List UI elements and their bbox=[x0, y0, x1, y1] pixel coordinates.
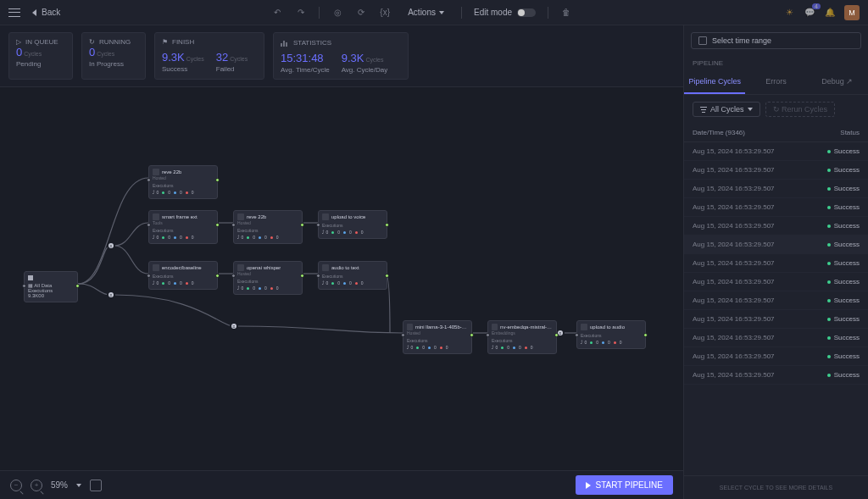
avatar[interactable]: M bbox=[844, 5, 860, 20]
status-dot-icon bbox=[827, 243, 831, 247]
nodes-layer: ▦ All Data Executions 9.3K00 ≡ ≡ ≡ ≡ rev… bbox=[0, 25, 683, 499]
cell-status: Success bbox=[827, 315, 860, 323]
table-row[interactable]: Aug 15, 2024 16:53:29.507Success bbox=[684, 161, 868, 180]
table-row[interactable]: Aug 15, 2024 16:53:29.507Success bbox=[684, 347, 868, 366]
actions-dropdown[interactable]: Actions bbox=[403, 6, 449, 19]
pipeline-node[interactable]: nv-embedqa-mistral-7b-v2 Embeddings Exec… bbox=[487, 320, 557, 354]
cell-datetime: Aug 15, 2024 16:53:29.507 bbox=[693, 203, 827, 211]
pipeline-node[interactable]: audio to text Executions ⤴ 0000 bbox=[318, 261, 387, 290]
edit-mode-toggle[interactable]: Edit mode bbox=[474, 8, 536, 17]
table-row[interactable]: Aug 15, 2024 16:53:29.507Success bbox=[684, 366, 868, 385]
fit-screen-icon[interactable] bbox=[90, 480, 102, 491]
status-dot-icon bbox=[827, 299, 831, 302]
model-icon bbox=[153, 264, 159, 271]
node-sub: Hosted bbox=[237, 220, 298, 225]
table-row[interactable]: Aug 15, 2024 16:53:29.507Success bbox=[684, 329, 868, 347]
start-pipeline-button[interactable]: START PIPELINE bbox=[576, 475, 673, 495]
chat-badge-count: 4 bbox=[812, 3, 821, 9]
openai-icon bbox=[237, 264, 244, 271]
pipeline-node[interactable]: reve 22b Hosted Executions ⤴ 0000 bbox=[233, 210, 303, 244]
cell-status: Success bbox=[827, 185, 860, 192]
variable-icon[interactable]: {x} bbox=[379, 7, 391, 19]
pipeline-node[interactable]: upload to audio Executions ⤴ 0000 bbox=[576, 320, 646, 349]
junction-icon[interactable]: ≡ bbox=[107, 291, 115, 299]
cell-datetime: Aug 15, 2024 16:53:29.507 bbox=[693, 185, 827, 192]
pipeline-node[interactable]: smart frame ext Tools Executions ⤴ 0000 bbox=[148, 210, 218, 244]
nvidia-icon bbox=[237, 213, 244, 220]
back-button[interactable]: Back bbox=[32, 8, 60, 17]
toolbar-right: ☀ 💬4 🔔 M bbox=[783, 5, 860, 20]
all-cycles-dropdown[interactable]: All Cycles bbox=[693, 102, 760, 117]
chevron-down-icon bbox=[439, 11, 444, 14]
table-row[interactable]: Aug 15, 2024 16:53:29.507Success bbox=[684, 254, 868, 273]
node-title: reve 22b bbox=[162, 169, 181, 175]
undo-icon[interactable]: ↶ bbox=[271, 7, 283, 19]
cell-datetime: Aug 15, 2024 16:53:29.507 bbox=[693, 147, 827, 155]
chat-icon[interactable]: 💬4 bbox=[804, 7, 815, 19]
canvas-area[interactable]: ▷IN QUEUE 0Cycles Pending ↻RUNNING 0Cycl… bbox=[0, 25, 683, 499]
square-icon bbox=[28, 275, 33, 280]
cell-status: Success bbox=[827, 371, 860, 379]
separator bbox=[319, 7, 320, 19]
refresh-icon[interactable]: ⟳ bbox=[355, 7, 367, 19]
pipeline-node[interactable]: encodec/baseline Executions ⤴ 0000 bbox=[148, 261, 218, 290]
select-time-range-button[interactable]: Select time range bbox=[691, 32, 861, 49]
table-row[interactable]: Aug 15, 2024 16:53:29.507Success bbox=[684, 217, 868, 236]
cell-datetime: Aug 15, 2024 16:53:29.507 bbox=[693, 297, 827, 304]
toggle-switch[interactable] bbox=[517, 8, 536, 17]
chevron-down-icon[interactable] bbox=[76, 484, 81, 487]
trash-icon[interactable]: 🗑 bbox=[560, 7, 572, 19]
rerun-cycles-button[interactable]: ↻ Rerun Cycles bbox=[765, 102, 836, 117]
tab-errors[interactable]: Errors bbox=[745, 70, 806, 94]
tab-pipeline-cycles[interactable]: Pipeline Cycles bbox=[684, 70, 745, 94]
table-row[interactable]: Aug 15, 2024 16:53:29.507Success bbox=[684, 198, 868, 217]
node-ex: Executions bbox=[153, 183, 214, 188]
sidebar-footer: SELECT CYCLE TO SEE MORE DETAILS bbox=[684, 475, 868, 499]
table-header: Date/Time (9346) Status bbox=[684, 124, 868, 142]
junction-icon[interactable]: ≡ bbox=[230, 322, 238, 330]
node-ex: Executions bbox=[492, 338, 553, 343]
cell-datetime: Aug 15, 2024 16:53:29.507 bbox=[693, 259, 827, 267]
play-icon bbox=[586, 482, 591, 489]
cell-status: Success bbox=[827, 147, 860, 155]
table-row[interactable]: Aug 15, 2024 16:53:29.507Success bbox=[684, 273, 868, 291]
status-dot-icon bbox=[827, 355, 831, 358]
table-row[interactable]: Aug 15, 2024 16:53:29.507Success bbox=[684, 310, 868, 329]
cell-status: Success bbox=[827, 352, 860, 360]
node-title: smart frame ext bbox=[162, 214, 198, 219]
status-dot-icon bbox=[827, 280, 831, 284]
table-row[interactable]: Aug 15, 2024 16:53:29.507Success bbox=[684, 142, 868, 161]
node-ex: Executions bbox=[407, 338, 468, 343]
pipeline-node[interactable]: mini llama-3-1-405b-instruct Hosted Exec… bbox=[403, 320, 472, 354]
chevron-down-icon bbox=[748, 108, 753, 111]
pipeline-node[interactable]: reve 22b Hosted Executions ⤴ 0000 bbox=[148, 165, 218, 199]
zoom-in-icon[interactable] bbox=[31, 480, 42, 491]
status-dot-icon bbox=[827, 318, 831, 321]
table-row[interactable]: Aug 15, 2024 16:53:29.507Success bbox=[684, 236, 868, 254]
node-title: nv-embedqa-mistral-7b-v2 bbox=[500, 324, 553, 330]
tab-debug[interactable]: Debug ↗ bbox=[807, 70, 868, 94]
select-range-label: Select time range bbox=[712, 36, 771, 45]
start-node[interactable]: ▦ All Data Executions 9.3K00 bbox=[24, 271, 78, 302]
pipeline-node[interactable]: upload to voice Executions ⤴ 0000 bbox=[318, 210, 387, 239]
node-title: reve 22b bbox=[247, 214, 266, 219]
bell-icon[interactable]: 🔔 bbox=[824, 7, 836, 19]
menu-icon[interactable] bbox=[8, 8, 20, 17]
node-title: mini llama-3-1-405b-instruct bbox=[415, 324, 468, 330]
node-ex: Executions bbox=[237, 279, 298, 284]
status-dot-icon bbox=[827, 150, 831, 153]
redo-icon[interactable]: ↷ bbox=[295, 7, 307, 19]
section-title: PIPELINE bbox=[684, 56, 868, 70]
table-row[interactable]: Aug 15, 2024 16:53:29.507Success bbox=[684, 291, 868, 310]
junction-icon[interactable]: ≡ bbox=[107, 241, 115, 250]
pipeline-node[interactable]: openai whisper Hosted Executions ⤴ 0000 bbox=[233, 261, 303, 295]
actions-label: Actions bbox=[408, 8, 436, 17]
zoom-out-icon[interactable] bbox=[10, 480, 22, 491]
cell-datetime: Aug 15, 2024 16:53:29.507 bbox=[693, 241, 827, 248]
node-sub: Hosted bbox=[237, 271, 298, 276]
target-icon[interactable]: ◎ bbox=[331, 7, 343, 19]
all-cycles-label: All Cycles bbox=[710, 105, 744, 114]
table-row[interactable]: Aug 15, 2024 16:53:29.507Success bbox=[684, 180, 868, 198]
cell-status: Success bbox=[827, 278, 860, 286]
sun-icon[interactable]: ☀ bbox=[783, 7, 795, 19]
